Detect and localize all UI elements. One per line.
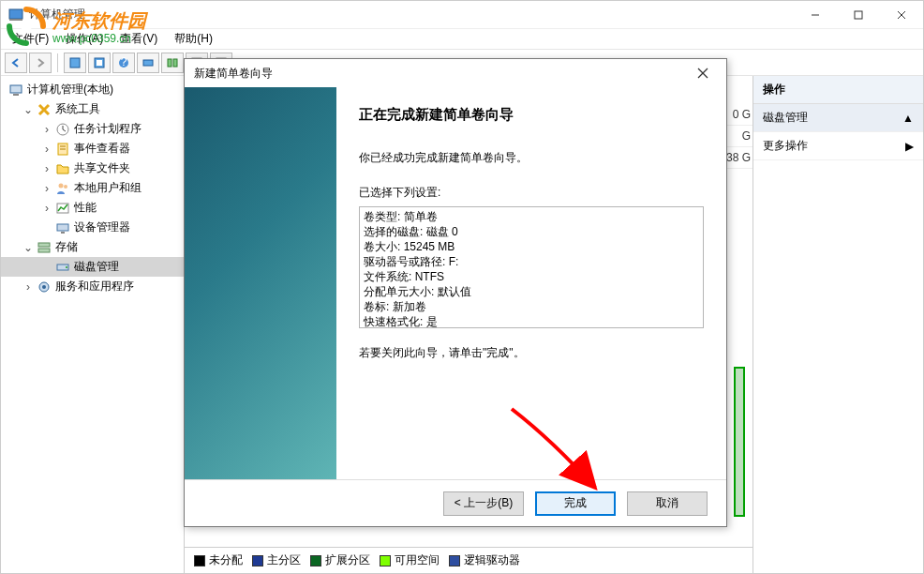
tool-forward[interactable] bbox=[29, 53, 52, 73]
finish-button[interactable]: 完成 bbox=[535, 491, 616, 516]
tree-services-label: 服务和应用程序 bbox=[55, 279, 134, 295]
window-controls bbox=[794, 1, 923, 29]
dialog-heading: 正在完成新建简单卷向导 bbox=[359, 106, 704, 124]
tree-event-label: 事件查看器 bbox=[74, 141, 130, 157]
blank-toggle bbox=[42, 221, 52, 234]
cancel-button[interactable]: 取消 bbox=[627, 491, 708, 516]
tree-devmgr[interactable]: 设备管理器 bbox=[1, 218, 184, 237]
disk-graphic[interactable] bbox=[734, 367, 745, 517]
expand-icon[interactable]: ⌄ bbox=[23, 103, 33, 116]
folder-share-icon bbox=[55, 161, 70, 176]
close-button[interactable] bbox=[880, 1, 923, 29]
swatch-free bbox=[380, 555, 391, 566]
svg-rect-19 bbox=[13, 94, 19, 96]
computer-icon bbox=[8, 83, 23, 98]
collapse-icon[interactable]: › bbox=[42, 143, 52, 156]
minimize-button[interactable] bbox=[794, 1, 837, 29]
dialog-titlebar: 新建简单卷向导 bbox=[185, 59, 726, 87]
svg-rect-28 bbox=[61, 232, 65, 234]
actions-item-disk-label: 磁盘管理 bbox=[763, 110, 808, 126]
tool-help-icon[interactable]: ? bbox=[112, 53, 135, 73]
tree-event[interactable]: › 事件查看器 bbox=[1, 139, 184, 159]
collapse-icon[interactable]: › bbox=[42, 182, 52, 195]
svg-rect-27 bbox=[57, 224, 68, 231]
legend-logical: 逻辑驱动器 bbox=[449, 552, 520, 568]
perf-icon bbox=[55, 201, 70, 216]
blank-toggle bbox=[42, 261, 52, 274]
svg-rect-12 bbox=[168, 59, 171, 67]
tree-shared[interactable]: › 共享文件夹 bbox=[1, 159, 184, 178]
svg-point-24 bbox=[59, 183, 64, 188]
legend-logical-label: 逻辑驱动器 bbox=[464, 552, 520, 568]
tools-icon bbox=[37, 102, 52, 117]
dialog-close-button[interactable] bbox=[689, 60, 717, 86]
device-icon bbox=[55, 220, 70, 235]
svg-rect-11 bbox=[143, 60, 153, 66]
legend-primary-label: 主分区 bbox=[267, 552, 301, 568]
tree-storage[interactable]: ⌄ 存储 bbox=[1, 237, 184, 257]
legend-free: 可用空间 bbox=[380, 552, 440, 568]
svg-point-37 bbox=[21, 21, 32, 32]
chevron-right-icon: ▶ bbox=[905, 140, 914, 153]
tree-perf[interactable]: › 性能 bbox=[1, 198, 184, 218]
settings-row: 驱动器号或路径: F: bbox=[364, 254, 699, 269]
menu-help[interactable]: 帮助(H) bbox=[167, 29, 220, 49]
settings-row: 卷标: 新加卷 bbox=[364, 299, 699, 314]
actions-item-more[interactable]: 更多操作 ▶ bbox=[753, 132, 923, 160]
expand-icon[interactable]: ⌄ bbox=[23, 241, 33, 254]
swatch-extended bbox=[310, 555, 321, 566]
legend-bar: 未分配 主分区 扩展分区 可用空间 逻辑驱动器 bbox=[185, 547, 753, 573]
swatch-primary bbox=[252, 555, 263, 566]
svg-point-25 bbox=[64, 185, 67, 189]
collapse-icon[interactable]: › bbox=[42, 123, 52, 136]
svg-point-32 bbox=[66, 266, 67, 268]
tree-disk-label: 磁盘管理 bbox=[74, 259, 119, 275]
close-icon bbox=[697, 68, 708, 79]
tool-btn-3[interactable] bbox=[137, 53, 159, 73]
tree-panel: 计算机管理(本地) ⌄ 系统工具 › 任务计划程序 › 事件查看器 › 共享文件… bbox=[1, 76, 185, 573]
tree-users[interactable]: › 本地用户和组 bbox=[1, 178, 184, 198]
dialog-sidebar-graphic bbox=[185, 87, 336, 479]
dialog-main: 正在完成新建简单卷向导 你已经成功完成新建简单卷向导。 已选择下列设置: 卷类型… bbox=[336, 87, 726, 479]
actions-item-disk[interactable]: 磁盘管理 ▲ bbox=[753, 104, 923, 132]
chevron-up-icon: ▲ bbox=[902, 112, 914, 125]
tool-btn-4[interactable] bbox=[161, 53, 184, 73]
collapse-icon[interactable]: › bbox=[42, 162, 52, 175]
tool-btn-1[interactable] bbox=[64, 53, 86, 73]
maximize-button[interactable] bbox=[837, 1, 880, 29]
tree-task-label: 任务计划程序 bbox=[74, 121, 142, 137]
back-button[interactable]: < 上一步(B) bbox=[443, 491, 524, 516]
tree-task[interactable]: › 任务计划程序 bbox=[1, 119, 184, 139]
tree-root-label: 计算机管理(本地) bbox=[27, 82, 113, 98]
dialog-settings-list[interactable]: 卷类型: 简单卷选择的磁盘: 磁盘 0卷大小: 15245 MB驱动器号或路径:… bbox=[359, 206, 704, 328]
collapse-icon[interactable]: › bbox=[42, 202, 52, 215]
settings-row: 快速格式化: 是 bbox=[364, 314, 699, 328]
svg-text:?: ? bbox=[121, 57, 127, 68]
tree-disk[interactable]: 磁盘管理 bbox=[1, 257, 184, 277]
dialog-title: 新建简单卷向导 bbox=[194, 66, 273, 82]
dialog-body: 正在完成新建简单卷向导 你已经成功完成新建简单卷向导。 已选择下列设置: 卷类型… bbox=[185, 87, 726, 479]
dialog-body-text-1: 你已经成功完成新建简单卷向导。 bbox=[359, 150, 704, 166]
storage-icon bbox=[37, 240, 52, 255]
actions-panel: 操作 磁盘管理 ▲ 更多操作 ▶ bbox=[753, 76, 923, 573]
tree-root[interactable]: 计算机管理(本地) bbox=[1, 80, 184, 99]
services-icon bbox=[37, 279, 52, 295]
tree-services[interactable]: › 服务和应用程序 bbox=[1, 277, 184, 296]
tree-devmgr-label: 设备管理器 bbox=[74, 219, 130, 235]
legend-unalloc: 未分配 bbox=[194, 552, 243, 568]
actions-header: 操作 bbox=[753, 76, 923, 104]
actions-item-more-label: 更多操作 bbox=[763, 138, 808, 154]
task-icon bbox=[55, 122, 70, 137]
tree-storage-label: 存储 bbox=[55, 239, 78, 255]
tool-back[interactable] bbox=[5, 53, 27, 73]
watermark-title: 河东软件园 bbox=[52, 8, 146, 34]
settings-row: 文件系统: NTFS bbox=[364, 269, 699, 284]
tool-btn-2[interactable] bbox=[88, 53, 111, 73]
back-button-label: < 上一步(B) bbox=[455, 495, 513, 511]
collapse-icon[interactable]: › bbox=[23, 280, 33, 294]
legend-extended: 扩展分区 bbox=[310, 552, 370, 568]
svg-rect-29 bbox=[38, 243, 50, 247]
tree-systools[interactable]: ⌄ 系统工具 bbox=[1, 99, 184, 119]
settings-row: 选择的磁盘: 磁盘 0 bbox=[364, 224, 699, 239]
svg-rect-6 bbox=[70, 58, 80, 68]
